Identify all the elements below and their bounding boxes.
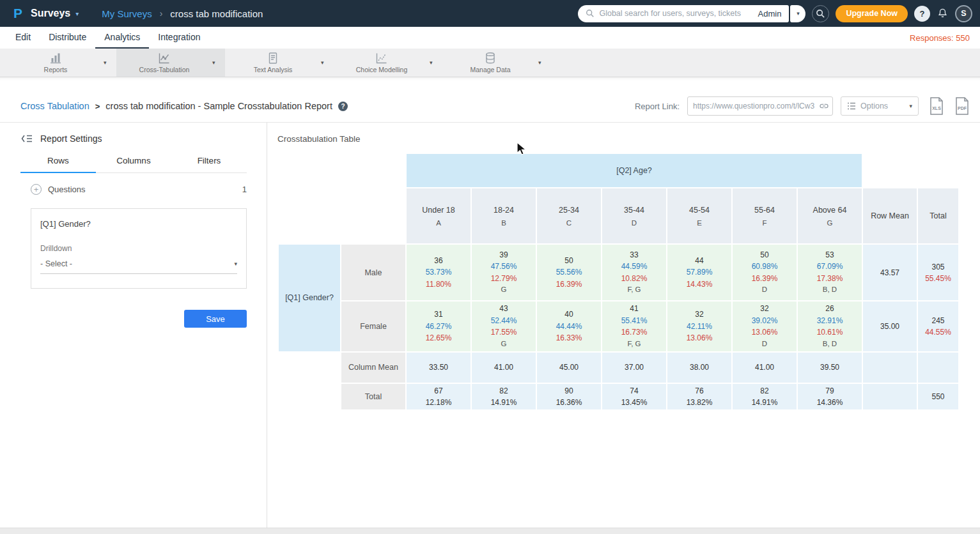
- crosstab-main: Crosstabulation Table [Q2] Age?Under 18A…: [267, 123, 980, 528]
- svg-text:XLS: XLS: [932, 106, 941, 111]
- help-icon[interactable]: ?: [914, 6, 930, 22]
- col-group-header: [Q2] Age?: [407, 154, 862, 187]
- report-link-label: Report Link:: [635, 102, 680, 111]
- tab-columns[interactable]: Columns: [96, 156, 171, 173]
- question-card: [Q1] Gender? Drilldown - Select - ▾: [31, 208, 247, 289]
- text-document-icon: [267, 52, 279, 65]
- report-header: Cross Tabulation > cross tab modificatio…: [0, 77, 980, 123]
- column-mean-cell: 41.00: [472, 353, 536, 383]
- chevron-down-icon[interactable]: ▾: [212, 59, 225, 66]
- search-icon: [586, 9, 595, 18]
- column-header: Under 18A: [407, 188, 471, 243]
- data-cell: 5060.98%16.39%D: [733, 245, 797, 300]
- topbar-actions: Admin ▾ Upgrade Now ? S: [578, 5, 980, 22]
- question-title: [Q1] Gender?: [40, 219, 237, 229]
- global-search-input[interactable]: [599, 9, 753, 18]
- row-label: Female: [341, 301, 405, 351]
- report-link-input[interactable]: [687, 96, 833, 116]
- collapse-panel-icon[interactable]: [20, 134, 33, 144]
- chevron-down-icon[interactable]: ▾: [538, 59, 551, 66]
- topbar-breadcrumb: My Surveys › cross tab modification: [102, 8, 263, 19]
- toolbar-item-label: Reports: [44, 66, 68, 73]
- chevron-down-icon[interactable]: ▾: [321, 59, 334, 66]
- toolbar-item-text-analysis[interactable]: Text Analysis ▾: [225, 49, 334, 77]
- row-total-cell: 24544.55%: [918, 301, 958, 351]
- column-header: 55-64F: [733, 188, 797, 243]
- questions-count: 1: [242, 185, 247, 194]
- topbar: P Surveys ▾ My Surveys › cross tab modif…: [0, 0, 980, 27]
- data-cell: 4457.89%14.43%: [667, 245, 731, 300]
- data-cell: 5055.56%16.39%: [537, 245, 601, 300]
- export-xls-button[interactable]: XLS: [929, 97, 944, 115]
- data-cell: 3653.73%11.80%: [407, 245, 471, 300]
- crosstab-chart-icon: [158, 52, 171, 65]
- toolbar-item-manage-data[interactable]: Manage Data ▾: [442, 49, 551, 77]
- data-cell: 3146.27%12.65%: [407, 301, 471, 351]
- spacer-cell: [279, 188, 405, 243]
- options-dropdown[interactable]: Options ▾: [841, 96, 919, 116]
- total-row-label: Total: [341, 384, 405, 409]
- content-area: Cross Tabulation > cross tab modificatio…: [0, 77, 980, 528]
- global-search-pill[interactable]: Admin: [578, 5, 789, 22]
- search-icon: [816, 9, 825, 19]
- notifications-bell-icon[interactable]: [937, 8, 949, 20]
- column-mean-cell: 38.00: [667, 353, 731, 383]
- drilldown-label: Drilldown: [40, 244, 237, 253]
- link-icon[interactable]: [819, 101, 829, 114]
- column-mean-cell: 45.00: [537, 353, 601, 383]
- column-header: 35-44D: [602, 188, 666, 243]
- my-surveys-link[interactable]: My Surveys: [102, 8, 152, 19]
- total-header: Total: [918, 188, 958, 243]
- data-cell: 3239.02%13.06%D: [733, 301, 797, 351]
- column-mean-cell: 33.50: [407, 353, 471, 383]
- spacer-cell: [918, 154, 958, 187]
- column-total-cell: 8214.91%: [733, 384, 797, 409]
- data-cell: 2632.91%10.61%B, D: [798, 301, 862, 351]
- toolbar-item-reports[interactable]: Reports ▾: [8, 49, 116, 77]
- drilldown-selected-value: - Select -: [40, 259, 72, 268]
- search-submit-button[interactable]: [812, 5, 829, 22]
- cross-tabulation-breadcrumb-link[interactable]: Cross Tabulation: [20, 101, 89, 111]
- panel-title: Report Settings: [40, 134, 102, 144]
- survey-nav: Edit Distribute Analytics Integration Re…: [0, 27, 980, 49]
- questions-section-header: + Questions 1: [31, 184, 247, 195]
- chevron-down-icon: ▾: [909, 103, 912, 109]
- chevron-down-icon[interactable]: ▾: [104, 59, 116, 66]
- chevron-down-icon[interactable]: ▾: [430, 59, 442, 66]
- tab-edit[interactable]: Edit: [6, 27, 40, 49]
- column-header: 45-54E: [667, 188, 731, 243]
- search-scope-dropdown[interactable]: ▾: [790, 5, 805, 22]
- tab-filters[interactable]: Filters: [171, 156, 247, 173]
- spacer-cell: [279, 154, 405, 187]
- export-pdf-button[interactable]: PDF: [954, 97, 970, 115]
- tab-analytics[interactable]: Analytics: [95, 27, 149, 49]
- product-switcher[interactable]: P Surveys ▾: [0, 6, 79, 21]
- tab-distribute[interactable]: Distribute: [40, 27, 95, 49]
- report-link-field: [687, 96, 833, 116]
- column-total-cell: 7413.45%: [602, 384, 666, 409]
- upgrade-button[interactable]: Upgrade Now: [836, 5, 908, 22]
- help-icon[interactable]: ?: [338, 102, 348, 111]
- bottom-strip: [0, 528, 980, 534]
- avatar[interactable]: S: [955, 5, 972, 22]
- spacer-cell: [279, 353, 340, 383]
- toolbar-item-cross-tabulation[interactable]: Cross-Tabulation ▾: [116, 49, 225, 77]
- toolbar-item-choice-modelling[interactable]: Choice Modelling ▾: [334, 49, 442, 77]
- questionpro-logo-icon: P: [10, 6, 26, 21]
- global-search: Admin ▾: [578, 5, 805, 22]
- row-mean-header: Row Mean: [863, 188, 917, 243]
- save-button[interactable]: Save: [184, 310, 247, 328]
- tab-rows[interactable]: Rows: [20, 156, 96, 173]
- report-settings-panel: Report Settings Rows Columns Filters + Q…: [0, 123, 267, 528]
- svg-text:PDF: PDF: [958, 106, 967, 111]
- report-title: cross tab modification - Sample Crosstab…: [105, 101, 332, 111]
- drilldown-select[interactable]: - Select - ▾: [40, 259, 237, 274]
- tab-integration[interactable]: Integration: [149, 27, 209, 49]
- empty-mean-cell: [863, 384, 917, 409]
- column-header: Above 64G: [798, 188, 862, 243]
- toolbar-item-label: Text Analysis: [254, 66, 293, 73]
- column-mean-cell: 39.50: [798, 353, 862, 383]
- column-header: 18-24B: [472, 188, 536, 243]
- add-question-icon[interactable]: +: [31, 184, 42, 195]
- row-total-cell: 30555.45%: [918, 245, 958, 300]
